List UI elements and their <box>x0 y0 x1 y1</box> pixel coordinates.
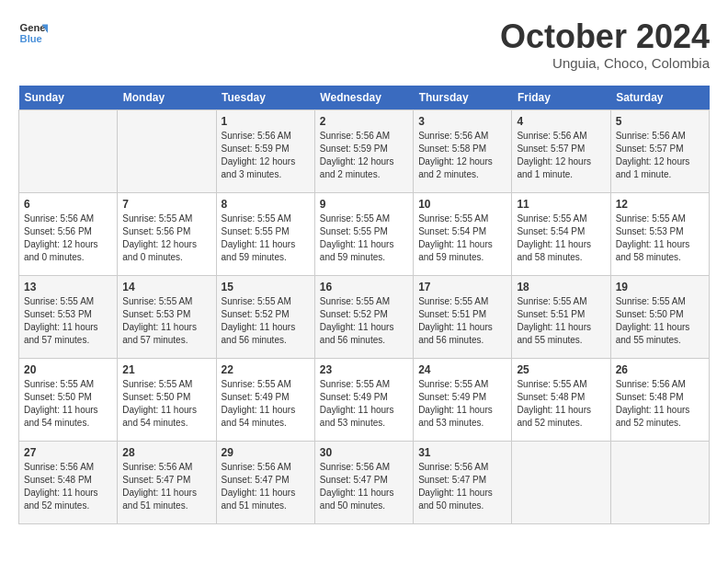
logo-icon: General Blue <box>18 18 48 48</box>
day-number: 29 <box>222 446 310 459</box>
day-number: 22 <box>222 363 310 376</box>
day-cell: 1Sunrise: 5:56 AMSunset: 5:59 PMDaylight… <box>216 109 314 192</box>
day-number: 10 <box>418 198 506 211</box>
day-cell: 2Sunrise: 5:56 AMSunset: 5:59 PMDaylight… <box>314 109 413 192</box>
day-cell: 19Sunrise: 5:55 AMSunset: 5:50 PMDayligh… <box>610 275 709 358</box>
day-cell: 6Sunrise: 5:56 AMSunset: 5:56 PMDaylight… <box>19 192 118 275</box>
week-row-1: 6Sunrise: 5:56 AMSunset: 5:56 PMDaylight… <box>19 192 710 275</box>
day-cell: 22Sunrise: 5:55 AMSunset: 5:49 PMDayligh… <box>216 358 314 441</box>
day-info: Sunrise: 5:56 AMSunset: 5:47 PMDaylight:… <box>122 461 210 512</box>
day-number: 26 <box>616 363 704 376</box>
day-number: 30 <box>320 446 408 459</box>
day-number: 6 <box>24 198 112 211</box>
day-cell: 23Sunrise: 5:55 AMSunset: 5:49 PMDayligh… <box>314 358 413 441</box>
day-cell <box>610 441 709 523</box>
day-info: Sunrise: 5:55 AMSunset: 5:52 PMDaylight:… <box>222 295 310 347</box>
day-number: 15 <box>222 281 310 293</box>
day-number: 25 <box>517 363 605 376</box>
day-number: 5 <box>616 115 704 128</box>
day-cell: 9Sunrise: 5:55 AMSunset: 5:55 PMDaylight… <box>314 192 413 275</box>
week-row-0: 1Sunrise: 5:56 AMSunset: 5:59 PMDaylight… <box>19 109 710 192</box>
day-number: 14 <box>122 281 210 293</box>
day-number: 12 <box>616 198 704 211</box>
day-cell: 27Sunrise: 5:56 AMSunset: 5:48 PMDayligh… <box>19 441 118 523</box>
day-number: 31 <box>418 446 506 459</box>
day-cell: 4Sunrise: 5:56 AMSunset: 5:57 PMDaylight… <box>512 109 610 192</box>
day-cell: 29Sunrise: 5:56 AMSunset: 5:47 PMDayligh… <box>216 441 314 523</box>
calendar-header: Sunday Monday Tuesday Wednesday Thursday… <box>19 86 710 110</box>
day-info: Sunrise: 5:56 AMSunset: 5:48 PMDaylight:… <box>24 461 112 512</box>
header-wednesday: Wednesday <box>314 86 413 110</box>
day-info: Sunrise: 5:55 AMSunset: 5:56 PMDaylight:… <box>122 213 210 264</box>
day-number: 11 <box>517 198 605 211</box>
week-row-4: 27Sunrise: 5:56 AMSunset: 5:48 PMDayligh… <box>19 441 710 523</box>
day-info: Sunrise: 5:56 AMSunset: 5:58 PMDaylight:… <box>418 130 506 181</box>
week-row-2: 13Sunrise: 5:55 AMSunset: 5:53 PMDayligh… <box>19 275 710 358</box>
day-info: Sunrise: 5:55 AMSunset: 5:49 PMDaylight:… <box>418 378 506 430</box>
day-info: Sunrise: 5:56 AMSunset: 5:47 PMDaylight:… <box>418 461 506 512</box>
day-cell: 26Sunrise: 5:56 AMSunset: 5:48 PMDayligh… <box>610 358 709 441</box>
subtitle: Unguia, Choco, Colombia <box>500 55 710 71</box>
day-cell: 30Sunrise: 5:56 AMSunset: 5:47 PMDayligh… <box>314 441 413 523</box>
day-info: Sunrise: 5:55 AMSunset: 5:55 PMDaylight:… <box>222 213 310 264</box>
day-number: 17 <box>418 281 506 293</box>
day-info: Sunrise: 5:55 AMSunset: 5:50 PMDaylight:… <box>616 295 704 347</box>
header-sunday: Sunday <box>19 86 118 110</box>
day-info: Sunrise: 5:55 AMSunset: 5:52 PMDaylight:… <box>320 295 408 347</box>
header-friday: Friday <box>512 86 610 110</box>
day-cell <box>512 441 610 523</box>
day-number: 19 <box>616 281 704 293</box>
day-number: 1 <box>222 115 310 128</box>
day-cell: 10Sunrise: 5:55 AMSunset: 5:54 PMDayligh… <box>414 192 512 275</box>
day-cell: 3Sunrise: 5:56 AMSunset: 5:58 PMDaylight… <box>414 109 512 192</box>
day-info: Sunrise: 5:55 AMSunset: 5:49 PMDaylight:… <box>222 378 310 430</box>
day-number: 28 <box>122 446 210 459</box>
calendar-table: Sunday Monday Tuesday Wednesday Thursday… <box>18 86 710 524</box>
day-cell: 8Sunrise: 5:55 AMSunset: 5:55 PMDaylight… <box>216 192 314 275</box>
day-info: Sunrise: 5:55 AMSunset: 5:54 PMDaylight:… <box>418 213 506 264</box>
day-cell: 13Sunrise: 5:55 AMSunset: 5:53 PMDayligh… <box>19 275 118 358</box>
day-number: 13 <box>24 281 112 293</box>
day-info: Sunrise: 5:55 AMSunset: 5:54 PMDaylight:… <box>517 213 605 264</box>
day-number: 7 <box>122 198 210 211</box>
day-info: Sunrise: 5:56 AMSunset: 5:59 PMDaylight:… <box>320 130 408 181</box>
day-cell: 20Sunrise: 5:55 AMSunset: 5:50 PMDayligh… <box>19 358 118 441</box>
day-number: 9 <box>320 198 408 211</box>
svg-text:Blue: Blue <box>20 33 42 44</box>
day-number: 21 <box>122 363 210 376</box>
day-info: Sunrise: 5:55 AMSunset: 5:51 PMDaylight:… <box>517 295 605 347</box>
day-number: 20 <box>24 363 112 376</box>
day-cell <box>118 109 216 192</box>
day-cell: 28Sunrise: 5:56 AMSunset: 5:47 PMDayligh… <box>118 441 216 523</box>
day-number: 27 <box>24 446 112 459</box>
day-info: Sunrise: 5:55 AMSunset: 5:48 PMDaylight:… <box>517 378 605 430</box>
day-cell: 17Sunrise: 5:55 AMSunset: 5:51 PMDayligh… <box>414 275 512 358</box>
day-cell: 7Sunrise: 5:55 AMSunset: 5:56 PMDaylight… <box>118 192 216 275</box>
day-info: Sunrise: 5:56 AMSunset: 5:47 PMDaylight:… <box>222 461 310 512</box>
calendar-body: 1Sunrise: 5:56 AMSunset: 5:59 PMDaylight… <box>19 109 710 523</box>
day-cell: 12Sunrise: 5:55 AMSunset: 5:53 PMDayligh… <box>610 192 709 275</box>
title-area: October 2024 Unguia, Choco, Colombia <box>500 18 710 71</box>
header-tuesday: Tuesday <box>216 86 314 110</box>
day-number: 18 <box>517 281 605 293</box>
day-info: Sunrise: 5:56 AMSunset: 5:57 PMDaylight:… <box>616 130 704 181</box>
day-number: 23 <box>320 363 408 376</box>
day-info: Sunrise: 5:56 AMSunset: 5:48 PMDaylight:… <box>616 378 704 430</box>
day-info: Sunrise: 5:56 AMSunset: 5:57 PMDaylight:… <box>517 130 605 181</box>
day-info: Sunrise: 5:55 AMSunset: 5:53 PMDaylight:… <box>122 295 210 347</box>
header-monday: Monday <box>118 86 216 110</box>
day-info: Sunrise: 5:55 AMSunset: 5:51 PMDaylight:… <box>418 295 506 347</box>
day-cell: 21Sunrise: 5:55 AMSunset: 5:50 PMDayligh… <box>118 358 216 441</box>
day-cell: 16Sunrise: 5:55 AMSunset: 5:52 PMDayligh… <box>314 275 413 358</box>
day-info: Sunrise: 5:56 AMSunset: 5:47 PMDaylight:… <box>320 461 408 512</box>
day-number: 8 <box>222 198 310 211</box>
day-number: 4 <box>517 115 605 128</box>
day-number: 24 <box>418 363 506 376</box>
day-info: Sunrise: 5:56 AMSunset: 5:59 PMDaylight:… <box>222 130 310 181</box>
main-title: October 2024 <box>500 18 710 55</box>
day-number: 3 <box>418 115 506 128</box>
day-info: Sunrise: 5:55 AMSunset: 5:50 PMDaylight:… <box>24 378 112 430</box>
day-cell: 11Sunrise: 5:55 AMSunset: 5:54 PMDayligh… <box>512 192 610 275</box>
logo: General Blue <box>18 18 48 48</box>
day-info: Sunrise: 5:55 AMSunset: 5:53 PMDaylight:… <box>24 295 112 347</box>
